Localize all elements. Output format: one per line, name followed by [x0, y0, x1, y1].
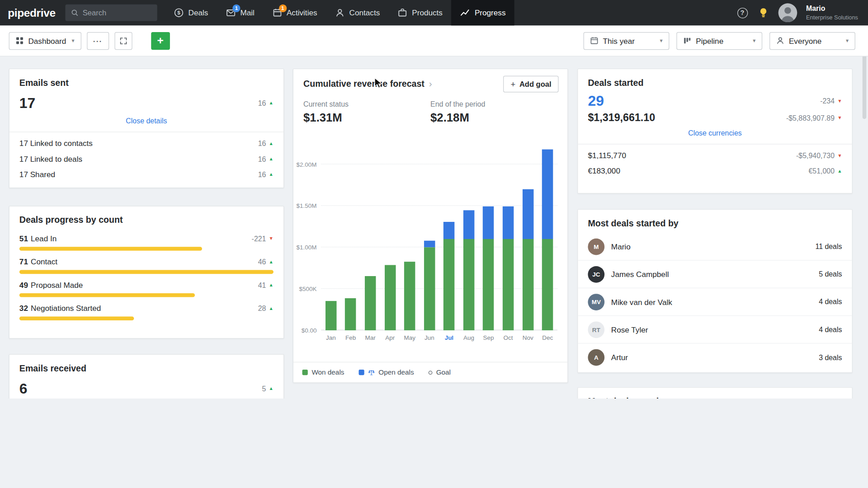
month-label-jan: Jan [321, 334, 341, 341]
dashboard-selector[interactable]: Dashboard ▾ [9, 32, 81, 49]
add-goal-button[interactable]: + Add goal [504, 76, 559, 93]
person-name[interactable]: Mike van der Valk [611, 297, 819, 306]
list-item-label: 17 Linked to deals [19, 155, 82, 164]
person-value: 5 deals [819, 270, 842, 278]
won-deals-segment [542, 239, 553, 330]
fullscreen-button[interactable] [114, 32, 132, 49]
stage-row[interactable]: 49Proposal Made 41 [9, 274, 283, 297]
won-deals-segment [365, 276, 376, 330]
open-deals-segment [424, 241, 435, 248]
deals-started-count: 29 [588, 92, 604, 109]
leaderboard-row[interactable]: RT Rose Tyler 4 deals [578, 316, 852, 343]
pipeline-label: Pipeline [696, 36, 723, 45]
leaderboard-row[interactable]: MV Mike van der Valk 4 deals [578, 288, 852, 316]
legend-open-deals[interactable]: Open deals [359, 369, 414, 376]
bar-jan[interactable] [321, 148, 341, 330]
won-deals-segment [384, 265, 395, 330]
nav-item-products[interactable]: Products [389, 0, 452, 25]
bar-sep[interactable] [479, 148, 499, 330]
y-tick-label: $0.00 [302, 327, 317, 334]
bar-feb[interactable] [341, 148, 361, 330]
person-name[interactable]: Artur [611, 353, 819, 362]
card-deals-progress[interactable]: Deals progress by count 51Lead In -221 7… [9, 206, 284, 339]
leaderboard-row[interactable]: M Mario 11 deals [578, 233, 852, 261]
bar-may[interactable] [400, 148, 420, 330]
emails-sent-value: 17 [19, 94, 35, 112]
bar-jun[interactable] [420, 148, 439, 330]
trend-caret [837, 153, 842, 158]
person-name[interactable]: Mario [611, 242, 816, 251]
nav-item-progress[interactable]: Progress [451, 0, 514, 25]
suggestions-button[interactable] [757, 7, 769, 19]
stage-progress-bar [19, 293, 195, 297]
legend-goal[interactable]: Goal [428, 369, 450, 376]
emails-received-value: 6 [19, 380, 28, 397]
bar-mar[interactable] [360, 148, 380, 330]
search-placeholder: Search [83, 9, 106, 17]
add-report-button[interactable]: + [151, 32, 170, 49]
open-deals-segment [443, 221, 454, 239]
list-item[interactable]: 17 Linked to contacts 16 [9, 136, 283, 151]
stage-row[interactable]: 71Contact 46 [9, 251, 283, 274]
weighted-scale-icon [368, 369, 375, 375]
won-deals-segment [483, 239, 494, 330]
trend-caret [837, 99, 842, 103]
bar-apr[interactable] [380, 148, 400, 330]
y-axis-labels: $2.00M$1.50M$1.00M$500K$0.00 [299, 148, 321, 330]
card-emails-received[interactable]: Emails received 6 5 Close details 3 Link… [9, 354, 284, 399]
pipeline-icon [683, 37, 691, 45]
won-deals-swatch [302, 370, 308, 375]
leaderboard-row[interactable]: A Artur 3 deals [578, 343, 852, 371]
legend-won-deals[interactable]: Won deals [302, 369, 344, 376]
filter-period[interactable]: This year ▾ [584, 32, 670, 49]
forecast-chart: $2.00M$1.50M$1.00M$500K$0.00 JanFebMarAp… [299, 148, 557, 341]
more-options-button[interactable]: ··· [87, 32, 109, 49]
logo[interactable]: pipedrive [0, 6, 66, 19]
period-label: This year [603, 36, 635, 45]
currency-row[interactable]: €183,000 €51,000 [578, 163, 852, 178]
stage-row[interactable]: 51Lead In -221 [9, 227, 283, 250]
currency-row[interactable]: $1,115,770 -$5,940,730 [578, 148, 852, 163]
leaderboard-row[interactable]: JC James Campbell 5 deals [578, 261, 852, 288]
won-deals-segment [326, 301, 336, 330]
bar-jul[interactable] [439, 148, 459, 330]
nav-item-mail[interactable]: 1 Mail [217, 0, 263, 25]
search-icon [71, 9, 79, 17]
nav-item-activities[interactable]: 1 Activities [263, 0, 326, 25]
chevron-right-icon[interactable]: › [429, 79, 432, 89]
list-item[interactable]: 17 Shared 16 [9, 167, 283, 182]
filter-owner[interactable]: Everyone ▾ [769, 32, 855, 49]
help-button[interactable]: ? [736, 7, 749, 19]
card-revenue-forecast[interactable]: Cumulative revenue forecast › + Add goal… [293, 69, 568, 383]
filter-pipeline[interactable]: Pipeline ▾ [676, 32, 762, 49]
person-name[interactable]: Rose Tyler [611, 325, 819, 334]
avatar: MV [588, 294, 604, 310]
card-emails-sent[interactable]: Emails sent 17 16 Close details 17 Linke… [9, 69, 284, 188]
open-deals-segment [483, 206, 494, 239]
card-deals-started[interactable]: Deals started 29 -234 $1,319,661.10 -$5,… [577, 69, 853, 194]
card-most-deals-won[interactable]: Most deals won by M Mario $190,267.25 JC… [577, 387, 853, 399]
card-title: Emails sent [9, 69, 283, 90]
bar-dec[interactable] [538, 148, 557, 330]
month-label-jul: Jul [439, 334, 459, 341]
bar-aug[interactable] [459, 148, 479, 330]
user-info[interactable]: Mario Enterprise Solutions [806, 5, 858, 21]
progress-icon [460, 8, 470, 18]
card-title: Most deals won by [578, 388, 852, 399]
nav-item-deals[interactable]: $ Deals [165, 0, 217, 25]
person-name[interactable]: James Campbell [611, 270, 819, 279]
trend-caret [269, 306, 274, 310]
card-most-deals-started[interactable]: Most deals started by M Mario 11 deals J… [577, 209, 853, 373]
nav-item-contacts[interactable]: Contacts [326, 0, 389, 25]
stage-row[interactable]: 32Negotiations Started 28 [9, 297, 283, 320]
help-icon: ? [737, 8, 747, 18]
close-details-link[interactable]: Close details [9, 113, 283, 132]
close-currencies-link[interactable]: Close currencies [578, 125, 852, 145]
goal-ring-icon [428, 371, 432, 375]
trend-caret [837, 169, 842, 173]
user-avatar[interactable] [778, 3, 797, 22]
list-item[interactable]: 17 Linked to deals 16 [9, 151, 283, 166]
search-box[interactable]: Search [66, 5, 157, 21]
bar-nov[interactable] [518, 148, 538, 330]
bar-oct[interactable] [498, 148, 518, 330]
